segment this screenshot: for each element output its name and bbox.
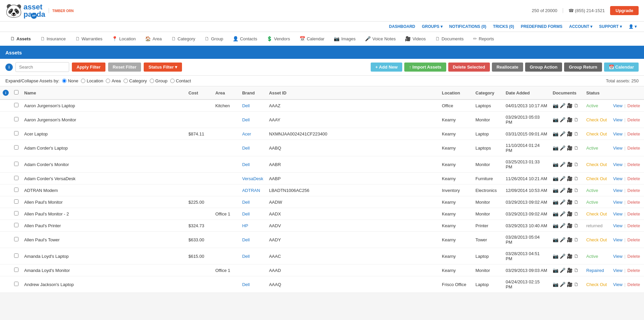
subnav-contacts[interactable]: 👤 Contacts [228, 32, 262, 46]
mic-icon-8[interactable]: 🎤 [560, 211, 565, 216]
row-checkbox-11[interactable] [11, 248, 21, 265]
row-delete-2[interactable]: Delete [628, 131, 640, 136]
nav-notifications[interactable]: NOTIFICATIONS (0) [447, 23, 488, 30]
row-delete-6[interactable]: Delete [628, 188, 640, 193]
doc-icon-11[interactable]: 🗋 [574, 253, 579, 259]
camera-icon-6[interactable]: 📷 [553, 188, 558, 193]
camera-icon-7[interactable]: 📷 [553, 199, 558, 205]
row-brand-13[interactable]: Dell [239, 276, 266, 293]
row-view-1[interactable]: View [613, 117, 623, 122]
nav-dashboard[interactable]: DASHBOARD [387, 23, 417, 30]
mic-icon-13[interactable]: 🎤 [560, 282, 565, 287]
doc-icon-5[interactable]: 🗋 [574, 176, 579, 181]
camera-icon-8[interactable]: 📷 [553, 211, 558, 216]
add-new-button[interactable]: + Add New [371, 63, 402, 72]
video-icon-9[interactable]: 🎥 [567, 223, 572, 228]
row-delete-12[interactable]: Delete [628, 268, 640, 273]
row-checkbox-0[interactable] [11, 99, 21, 112]
row-view-8[interactable]: View [613, 211, 623, 216]
video-icon-7[interactable]: 🎥 [567, 199, 572, 205]
mic-icon-12[interactable]: 🎤 [560, 268, 565, 273]
camera-icon-10[interactable]: 📷 [553, 237, 558, 242]
subnav-documents[interactable]: 🗋 Documents [430, 32, 468, 46]
video-icon-13[interactable]: 🎥 [567, 282, 572, 287]
row-checkbox-12[interactable] [11, 265, 21, 276]
subnav-category[interactable]: 🗋 Category [167, 32, 200, 46]
row-brand-9[interactable]: HP [239, 220, 266, 232]
mic-icon-2[interactable]: 🎤 [560, 131, 565, 136]
row-view-6[interactable]: View [613, 188, 623, 193]
expand-contact[interactable]: Contact [170, 78, 191, 83]
camera-icon-2[interactable]: 📷 [553, 131, 558, 136]
camera-icon-11[interactable]: 📷 [553, 253, 558, 259]
status-filter-button[interactable]: Status Filter ▾ [144, 63, 182, 72]
subnav-reports[interactable]: ✏ Reports [468, 32, 499, 46]
mic-icon-11[interactable]: 🎤 [560, 253, 565, 259]
row-checkbox-4[interactable] [11, 156, 21, 173]
row-checkbox-1[interactable] [11, 112, 21, 128]
camera-icon-0[interactable]: 📷 [553, 103, 558, 108]
camera-icon-3[interactable]: 📷 [553, 145, 558, 151]
subnav-videos[interactable]: 🎥 Videos [400, 32, 430, 46]
group-action-button[interactable]: Group Action [525, 63, 562, 72]
doc-icon-9[interactable]: 🗋 [574, 223, 579, 228]
row-brand-8[interactable]: Dell [239, 208, 266, 220]
info-icon[interactable]: i [5, 64, 13, 71]
row-view-7[interactable]: View [613, 200, 623, 205]
video-icon-12[interactable]: 🎥 [567, 268, 572, 273]
row-view-10[interactable]: View [613, 237, 623, 242]
row-checkbox-10[interactable] [11, 232, 21, 248]
video-icon-0[interactable]: 🎥 [567, 103, 572, 108]
row-checkbox-13[interactable] [11, 276, 21, 293]
apply-filter-button[interactable]: Apply Filter [72, 63, 105, 72]
expand-none[interactable]: None [62, 78, 78, 83]
mic-icon-9[interactable]: 🎤 [560, 223, 565, 228]
subnav-voicenotes[interactable]: 🎤 Voice Notes [360, 32, 400, 46]
row-checkbox-6[interactable] [11, 185, 21, 196]
doc-icon-13[interactable]: 🗋 [574, 282, 579, 287]
row-brand-3[interactable]: Dell [239, 140, 266, 156]
camera-icon-13[interactable]: 📷 [553, 282, 558, 287]
row-brand-2[interactable]: Acer [239, 128, 266, 140]
video-icon-6[interactable]: 🎥 [567, 188, 572, 193]
doc-icon-0[interactable]: 🗋 [574, 103, 579, 108]
video-icon-8[interactable]: 🎥 [567, 211, 572, 216]
subnav-area[interactable]: 🏠 Area [140, 32, 166, 46]
subnav-warranties[interactable]: 🗋 Warranties [71, 32, 107, 46]
camera-icon-9[interactable]: 📷 [553, 223, 558, 228]
upgrade-button[interactable]: Upgrade [610, 6, 639, 15]
mic-icon-3[interactable]: 🎤 [560, 145, 565, 151]
row-delete-4[interactable]: Delete [628, 162, 640, 167]
header-info-icon[interactable]: i [3, 90, 9, 96]
reallocate-button[interactable]: Reallocate [492, 63, 523, 72]
row-delete-11[interactable]: Delete [628, 254, 640, 259]
camera-icon-4[interactable]: 📷 [553, 162, 558, 167]
row-delete-10[interactable]: Delete [628, 237, 640, 242]
row-brand-10[interactable]: Dell [239, 232, 266, 248]
doc-icon-6[interactable]: 🗋 [574, 188, 579, 193]
row-delete-3[interactable]: Delete [628, 146, 640, 151]
doc-icon-2[interactable]: 🗋 [574, 131, 579, 136]
row-delete-7[interactable]: Delete [628, 200, 640, 205]
row-delete-5[interactable]: Delete [628, 176, 640, 181]
doc-icon-8[interactable]: 🗋 [574, 211, 579, 216]
row-view-11[interactable]: View [613, 254, 623, 259]
subnav-assets[interactable]: 🗋 Assets [5, 32, 36, 46]
delete-selected-button[interactable]: Delete Selected [448, 63, 490, 72]
group-return-button[interactable]: Group Return [564, 63, 602, 72]
doc-icon-12[interactable]: 🗋 [574, 268, 579, 273]
search-input[interactable] [15, 62, 69, 72]
video-icon-2[interactable]: 🎥 [567, 131, 572, 136]
row-brand-12[interactable] [239, 265, 266, 276]
camera-icon-5[interactable]: 📷 [553, 176, 558, 181]
subnav-calendar[interactable]: 📅 Calendar [295, 32, 329, 46]
row-view-3[interactable]: View [613, 146, 623, 151]
nav-tricks[interactable]: TRICKS (0) [491, 23, 516, 30]
mic-icon-6[interactable]: 🎤 [560, 188, 565, 193]
doc-icon-10[interactable]: 🗋 [574, 237, 579, 242]
reset-filter-button[interactable]: Reset Filter [108, 63, 141, 72]
video-icon-11[interactable]: 🎥 [567, 253, 572, 259]
video-icon-3[interactable]: 🎥 [567, 145, 572, 151]
doc-icon-7[interactable]: 🗋 [574, 199, 579, 205]
row-view-12[interactable]: View [613, 268, 623, 273]
